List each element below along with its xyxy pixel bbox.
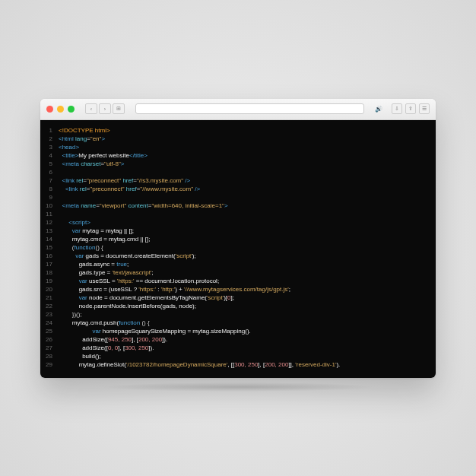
line-number: 21 [40, 294, 59, 302]
code-content: var homepageSquarySizeMapping = mytag.si… [59, 327, 251, 335]
code-line: 25 var homepageSquarySizeMapping = mytag… [40, 327, 436, 335]
line-number: 5 [40, 160, 59, 168]
line-number: 20 [40, 285, 59, 294]
browser-window: ‹ › ⊞ 🔊 ⇩ ⇪ ☰ 1<!DOCTYPE html>2<html lan… [40, 99, 436, 378]
code-content: build(); [59, 352, 101, 360]
code-content: <meta charset="utf-8"> [59, 160, 124, 168]
code-editor[interactable]: 1<!DOCTYPE html>2<html lang="en">3<head>… [40, 120, 436, 378]
traffic-lights [46, 106, 75, 113]
line-number: 26 [40, 335, 59, 344]
line-number: 15 [40, 243, 59, 252]
line-number: 12 [40, 218, 59, 227]
code-line: 10 <meta name="viewport" content="width=… [40, 202, 436, 210]
right-buttons: ⇩ ⇪ ☰ [392, 103, 430, 114]
line-number: 24 [40, 319, 59, 327]
code-line: 27 addSize([0, 0], [300, 250]). [40, 344, 436, 352]
code-line: 21 var node = document.getElementsByTagN… [40, 294, 436, 302]
code-line: 17 gads.async = true; [40, 260, 436, 268]
menu-button[interactable]: ☰ [419, 103, 430, 114]
line-number: 16 [40, 252, 59, 260]
line-number: 1 [40, 126, 59, 135]
code-content: <title>My perfect website</title> [59, 151, 148, 160]
line-number: 8 [40, 185, 59, 193]
code-content: })(); [59, 310, 82, 319]
forward-button[interactable]: › [99, 103, 111, 114]
code-content: var node = document.getElementsByTagName… [59, 294, 234, 302]
code-line: 18 gads.type = 'text/javascript'; [40, 268, 436, 277]
line-number: 29 [40, 360, 59, 369]
code-content: node.parentNode.insertBefore(gads, node)… [59, 302, 196, 310]
code-content: var gads = document.createElement('scrip… [59, 252, 196, 260]
code-content: gads.type = 'text/javascript'; [59, 268, 154, 277]
code-line: 6 [40, 168, 436, 176]
code-content: <html lang="en"> [59, 135, 105, 143]
code-content: <script> [59, 218, 90, 227]
line-number: 4 [40, 151, 59, 160]
line-number: 9 [40, 193, 59, 202]
code-line: 29 mytag.defineSlot('/1023782/homepageDy… [40, 360, 436, 369]
line-number: 7 [40, 176, 59, 185]
code-line: 8 <link rel="preconnect" href="//www.mys… [40, 185, 436, 193]
code-line: 24 mytag.cmd.push(function () { [40, 319, 436, 327]
line-number: 14 [40, 235, 59, 243]
download-button[interactable]: ⇩ [392, 103, 402, 114]
code-line: 20 gads.src = (useSSL ? 'https:' : 'http… [40, 285, 436, 294]
url-bar[interactable] [135, 103, 364, 114]
code-line: 13 var mytag = mytag || []; [40, 227, 436, 235]
code-line: 7 <link rel="preconnect" href="//s3.mysi… [40, 176, 436, 185]
line-number: 2 [40, 135, 59, 143]
line-number: 27 [40, 344, 59, 352]
line-number: 22 [40, 302, 59, 310]
browser-chrome: ‹ › ⊞ 🔊 ⇩ ⇪ ☰ [40, 99, 436, 120]
code-content: addSize([0, 0], [300, 250]). [59, 344, 154, 352]
sound-icon[interactable]: 🔊 [375, 106, 382, 113]
minimize-button[interactable] [57, 106, 64, 113]
code-content: mytag.cmd.push(function () { [59, 319, 150, 327]
line-number: 17 [40, 260, 59, 268]
code-content: gads.src = (useSSL ? 'https:' : 'http:')… [59, 285, 290, 294]
line-number: 10 [40, 202, 59, 210]
code-line: 9 [40, 193, 436, 202]
code-line: 22 node.parentNode.insertBefore(gads, no… [40, 302, 436, 310]
line-number: 3 [40, 143, 59, 151]
code-content: var useSSL = 'https:' == document.locati… [59, 277, 219, 285]
code-line: 15 (function() { [40, 243, 436, 252]
code-content: <head> [59, 143, 79, 151]
code-content: <link rel="preconnect" href="//s3.mysite… [59, 176, 190, 185]
code-line: 14 mytag.cmd = mytag.cmd || []; [40, 235, 436, 243]
code-line: 1<!DOCTYPE html> [40, 126, 436, 135]
line-number: 11 [40, 210, 59, 218]
code-content: mytag.cmd = mytag.cmd || []; [59, 235, 150, 243]
code-content: var mytag = mytag || []; [59, 227, 134, 235]
line-number: 23 [40, 310, 59, 319]
back-button[interactable]: ‹ [85, 103, 97, 114]
line-number: 25 [40, 327, 59, 335]
line-number: 13 [40, 227, 59, 235]
code-line: 23 })(); [40, 310, 436, 319]
line-number: 19 [40, 277, 59, 285]
code-content: <link rel="preconnect" href="//www.mysit… [59, 185, 200, 193]
code-line: 3<head> [40, 143, 436, 151]
code-line: 5 <meta charset="utf-8"> [40, 160, 436, 168]
maximize-button[interactable] [68, 106, 75, 113]
code-content: gads.async = true; [59, 260, 129, 268]
line-number: 6 [40, 168, 59, 176]
code-content: mytag.defineSlot('/1023782/homepageDynam… [59, 360, 340, 369]
code-line: 28 build(); [40, 352, 436, 360]
code-line: 12 <script> [40, 218, 436, 227]
share-button[interactable]: ⇪ [405, 103, 416, 114]
code-content: <meta name="viewport" content="width=640… [59, 202, 228, 210]
code-line: 11 [40, 210, 436, 218]
code-line: 19 var useSSL = 'https:' == document.loc… [40, 277, 436, 285]
code-content: addSize([945, 250], [200, 200]). [59, 335, 167, 344]
code-line: 26 addSize([945, 250], [200, 200]). [40, 335, 436, 344]
code-line: 4 <title>My perfect website</title> [40, 151, 436, 160]
tabs-button[interactable]: ⊞ [113, 103, 125, 114]
line-number: 18 [40, 268, 59, 277]
code-content: <!DOCTYPE html> [59, 126, 110, 135]
line-number: 28 [40, 352, 59, 360]
code-content: (function() { [59, 243, 103, 252]
nav-buttons: ‹ › ⊞ [85, 103, 125, 114]
code-line: 16 var gads = document.createElement('sc… [40, 252, 436, 260]
close-button[interactable] [46, 106, 53, 113]
